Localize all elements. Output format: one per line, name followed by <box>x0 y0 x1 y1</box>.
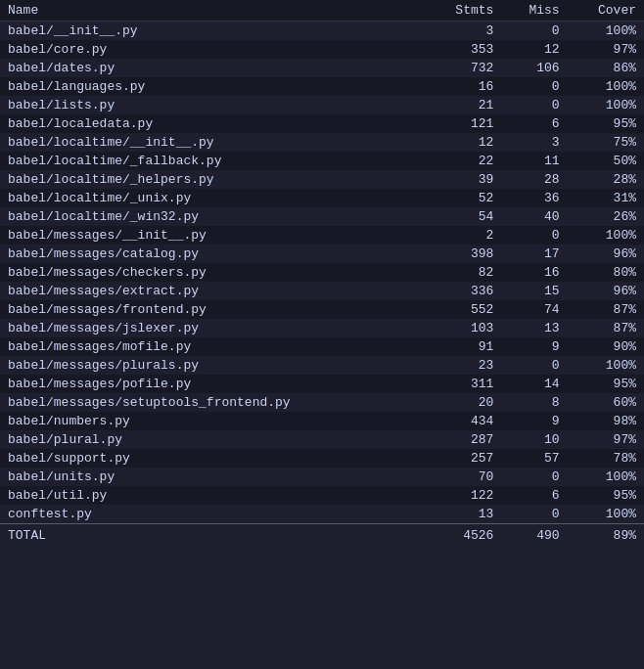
row-cover: 100% <box>568 22 644 41</box>
header-miss: Miss <box>501 0 567 22</box>
total-label: TOTAL <box>0 524 425 548</box>
total-cover: 89% <box>568 524 644 548</box>
row-cover: 97% <box>568 430 644 449</box>
row-name: babel/lists.py <box>0 96 425 114</box>
table-row: babel/__init__.py30100% <box>0 22 644 41</box>
table-row: babel/messages/plurals.py230100% <box>0 356 644 375</box>
table-row: conftest.py130100% <box>0 505 644 524</box>
row-miss: 36 <box>501 189 567 207</box>
row-cover: 95% <box>568 375 644 393</box>
table-row: babel/localtime/__init__.py12375% <box>0 133 644 152</box>
row-stmts: 82 <box>425 263 501 282</box>
row-name: babel/messages/checkers.py <box>0 263 425 282</box>
row-miss: 0 <box>501 356 567 375</box>
row-stmts: 70 <box>425 468 501 486</box>
row-cover: 90% <box>568 337 644 356</box>
row-cover: 60% <box>568 393 644 412</box>
table-row: babel/languages.py160100% <box>0 77 644 96</box>
row-cover: 78% <box>568 449 644 468</box>
row-name: babel/localtime/_win32.py <box>0 207 425 226</box>
row-cover: 95% <box>568 486 644 505</box>
row-name: babel/localedata.py <box>0 114 425 133</box>
header-name: Name <box>0 0 425 22</box>
header-stmts: Stmts <box>425 0 501 22</box>
row-miss: 0 <box>501 226 567 245</box>
table-row: babel/messages/mofile.py91990% <box>0 337 644 356</box>
row-miss: 6 <box>501 486 567 505</box>
total-miss: 490 <box>501 524 567 548</box>
row-name: babel/support.py <box>0 449 425 468</box>
row-name: babel/messages/jslexer.py <box>0 319 425 337</box>
row-cover: 31% <box>568 189 644 207</box>
row-miss: 15 <box>501 282 567 300</box>
table-row: babel/localtime/_win32.py544026% <box>0 207 644 226</box>
row-name: conftest.py <box>0 505 425 524</box>
row-miss: 57 <box>501 449 567 468</box>
row-stmts: 336 <box>425 282 501 300</box>
row-stmts: 434 <box>425 412 501 430</box>
total-stmts: 4526 <box>425 524 501 548</box>
row-miss: 14 <box>501 375 567 393</box>
row-cover: 100% <box>568 96 644 114</box>
table-row: babel/numbers.py434998% <box>0 412 644 430</box>
row-name: babel/localtime/_unix.py <box>0 189 425 207</box>
row-stmts: 3 <box>425 22 501 41</box>
row-cover: 96% <box>568 245 644 263</box>
table-row: babel/messages/extract.py3361596% <box>0 282 644 300</box>
row-stmts: 52 <box>425 189 501 207</box>
row-cover: 87% <box>568 300 644 319</box>
table-row: babel/core.py3531297% <box>0 40 644 59</box>
row-miss: 9 <box>501 337 567 356</box>
header-cover: Cover <box>568 0 644 22</box>
row-cover: 26% <box>568 207 644 226</box>
row-name: babel/numbers.py <box>0 412 425 430</box>
row-name: babel/localtime/_fallback.py <box>0 152 425 170</box>
row-stmts: 16 <box>425 77 501 96</box>
table-row: babel/util.py122695% <box>0 486 644 505</box>
table-row: babel/units.py700100% <box>0 468 644 486</box>
row-miss: 11 <box>501 152 567 170</box>
row-cover: 28% <box>568 170 644 189</box>
row-cover: 86% <box>568 59 644 77</box>
row-cover: 100% <box>568 468 644 486</box>
row-miss: 13 <box>501 319 567 337</box>
row-cover: 98% <box>568 412 644 430</box>
row-stmts: 22 <box>425 152 501 170</box>
table-row: babel/messages/jslexer.py1031387% <box>0 319 644 337</box>
coverage-table: Name Stmts Miss Cover babel/__init__.py3… <box>0 0 644 547</box>
row-cover: 75% <box>568 133 644 152</box>
row-stmts: 2 <box>425 226 501 245</box>
row-cover: 95% <box>568 114 644 133</box>
table-row: babel/messages/__init__.py20100% <box>0 226 644 245</box>
row-miss: 10 <box>501 430 567 449</box>
row-stmts: 54 <box>425 207 501 226</box>
row-stmts: 122 <box>425 486 501 505</box>
row-miss: 0 <box>501 22 567 41</box>
row-name: babel/messages/setuptools_frontend.py <box>0 393 425 412</box>
row-stmts: 257 <box>425 449 501 468</box>
row-stmts: 39 <box>425 170 501 189</box>
row-name: babel/localtime/__init__.py <box>0 133 425 152</box>
row-miss: 9 <box>501 412 567 430</box>
row-stmts: 121 <box>425 114 501 133</box>
row-name: babel/messages/catalog.py <box>0 245 425 263</box>
row-miss: 0 <box>501 505 567 524</box>
row-miss: 40 <box>501 207 567 226</box>
table-row: babel/messages/setuptools_frontend.py208… <box>0 393 644 412</box>
row-stmts: 13 <box>425 505 501 524</box>
row-stmts: 12 <box>425 133 501 152</box>
row-cover: 96% <box>568 282 644 300</box>
row-stmts: 21 <box>425 96 501 114</box>
row-stmts: 353 <box>425 40 501 59</box>
table-row: babel/messages/frontend.py5527487% <box>0 300 644 319</box>
row-name: babel/messages/extract.py <box>0 282 425 300</box>
row-miss: 6 <box>501 114 567 133</box>
row-cover: 97% <box>568 40 644 59</box>
table-row: babel/localedata.py121695% <box>0 114 644 133</box>
row-name: babel/messages/plurals.py <box>0 356 425 375</box>
row-miss: 16 <box>501 263 567 282</box>
total-row: TOTAL 4526 490 89% <box>0 524 644 548</box>
row-name: babel/messages/__init__.py <box>0 226 425 245</box>
table-row: babel/localtime/_fallback.py221150% <box>0 152 644 170</box>
row-cover: 100% <box>568 356 644 375</box>
